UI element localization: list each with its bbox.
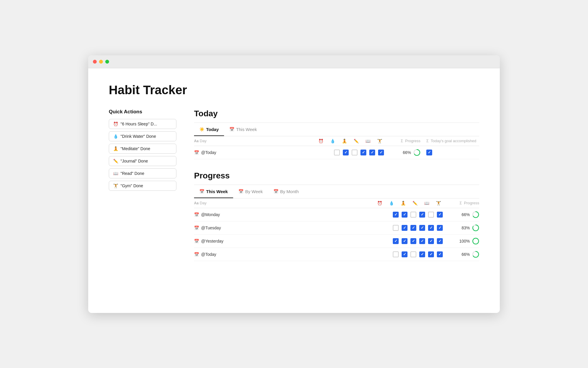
prog-checkbox-0-1[interactable] (402, 212, 407, 218)
journal-label: "Journal" Done (121, 159, 148, 163)
prog-checkbox-0-4[interactable] (428, 212, 434, 218)
prog-checkbox-2-2[interactable] (410, 238, 416, 244)
water-icon: 💧 (113, 134, 118, 139)
progress-checkbox-group-0 (393, 212, 443, 218)
today-checkbox-4[interactable] (369, 150, 375, 155)
sigma-icon: Σ (401, 139, 403, 143)
quick-action-gym[interactable]: 🏋️"Gym" Done (109, 181, 176, 191)
progress-circle (413, 149, 420, 156)
progress-circle (472, 238, 479, 245)
progress-tab-by-month[interactable]: 📅By Month (268, 185, 304, 198)
app-window: Habit Tracker Quick Actions ⏰"6 Hours Sl… (88, 55, 500, 313)
quick-action-journal[interactable]: ✏️"Journal" Done (109, 156, 176, 166)
today-section-title: Today (194, 109, 479, 118)
progress-table: Aa Day ⏰ 💧 🧘 ✏️ 📖 🏋️ (194, 198, 479, 261)
quick-action-sleep[interactable]: ⏰"6 Hours Sleep" D... (109, 119, 176, 129)
today-checkbox-group (334, 150, 384, 155)
close-button[interactable] (93, 60, 97, 64)
today-progress-cell: 66% (388, 149, 420, 156)
today-goal-header: Σ Today's goal accomplished (420, 139, 479, 143)
sleep-label: "6 Hours Sleep" D... (121, 122, 157, 126)
today-table-body: 📅@Today66% (194, 146, 479, 159)
gym-label: "Gym" Done (121, 183, 143, 188)
progress-table-body: 📅@Monday66% 📅@Tuesday83% 📅@Yesterday100%… (194, 208, 479, 261)
today-tab-today[interactable]: ☀️Today (194, 123, 224, 136)
gym-col-icon-p: 🏋️ (434, 201, 443, 205)
today-progress-pct: 66% (403, 150, 411, 155)
today-checkbox-3[interactable] (360, 150, 366, 155)
prog-checkbox-3-5[interactable] (437, 251, 443, 257)
today-checkbox-1[interactable] (343, 150, 349, 155)
today-table-header: Aa Day ⏰ 💧 🧘 ✏️ 📖 🏋️ (194, 136, 479, 146)
aa-icon: Aa (194, 139, 198, 143)
prog-checkbox-0-0[interactable] (393, 212, 399, 218)
prog-checkbox-2-1[interactable] (402, 238, 407, 244)
progress-row-day-0: 📅@Monday (194, 212, 393, 217)
journal-col-icon: ✏️ (352, 139, 360, 143)
prog-checkbox-3-1[interactable] (402, 251, 407, 257)
sigma-icon-p: Σ (460, 201, 462, 205)
prog-checkbox-3-0[interactable] (393, 251, 399, 257)
prog-checkbox-1-1[interactable] (402, 225, 407, 231)
gym-col-icon: 🏋️ (375, 139, 384, 143)
by-week-prog-tab-icon: 📅 (238, 189, 243, 194)
prog-checkbox-2-0[interactable] (393, 238, 399, 244)
calendar-icon-prog: 📅 (194, 252, 199, 257)
meditate-col-icon-p: 🧘 (399, 201, 407, 205)
today-checkbox-5[interactable] (378, 150, 384, 155)
prog-checkbox-1-0[interactable] (393, 225, 399, 231)
progress-row-day-1: 📅@Tuesday (194, 226, 393, 230)
quick-action-water[interactable]: 💧"Drink Water" Done (109, 131, 176, 141)
prog-checkbox-1-2[interactable] (410, 225, 416, 231)
prog-checkbox-1-3[interactable] (419, 225, 425, 231)
today-col-icons-header: ⏰ 💧 🧘 ✏️ 📖 🏋️ (316, 139, 384, 143)
sleep-icon: ⏰ (113, 122, 118, 126)
quick-action-meditate[interactable]: 🧘"Meditate" Done (109, 144, 176, 154)
progress-progress-cell-3: 66% (447, 251, 479, 258)
progress-col-day-header: Aa Day (194, 201, 375, 205)
this-week-tab-icon: 📅 (229, 127, 234, 132)
prog-checkbox-2-4[interactable] (428, 238, 434, 244)
read-label: "Read" Done (121, 171, 144, 176)
sidebar: Quick Actions ⏰"6 Hours Sleep" D...💧"Dri… (109, 109, 176, 273)
today-tab-this-week[interactable]: 📅This Week (224, 123, 262, 136)
today-checkbox-2[interactable] (352, 150, 358, 155)
progress-table-header: Aa Day ⏰ 💧 🧘 ✏️ 📖 🏋️ (194, 198, 479, 208)
maximize-button[interactable] (105, 60, 109, 64)
progress-table-row: 📅@Yesterday100% (194, 235, 479, 248)
this-week-prog-tab-icon: 📅 (199, 189, 204, 194)
progress-circle (472, 211, 479, 218)
prog-checkbox-3-4[interactable] (428, 251, 434, 257)
prog-checkbox-0-5[interactable] (437, 212, 443, 218)
progress-progress-cell-0: 66% (447, 211, 479, 218)
prog-checkbox-0-2[interactable] (410, 212, 416, 218)
today-checkbox-0[interactable] (334, 150, 340, 155)
prog-checkbox-0-3[interactable] (419, 212, 425, 218)
progress-tab-this-week[interactable]: 📅This Week (194, 185, 233, 198)
progress-tab-by-week[interactable]: 📅By Week (233, 185, 268, 198)
quick-action-read[interactable]: 📖"Read" Done (109, 168, 176, 178)
sigma-icon-2: Σ (426, 139, 429, 143)
main-content: Habit Tracker Quick Actions ⏰"6 Hours Sl… (88, 68, 500, 313)
progress-row-day-2: 📅@Yesterday (194, 239, 393, 243)
today-tab-label: Today (206, 127, 219, 132)
page-title: Habit Tracker (109, 83, 479, 97)
sleep-col-icon: ⏰ (316, 139, 325, 143)
prog-checkbox-3-3[interactable] (419, 251, 425, 257)
minimize-button[interactable] (99, 60, 103, 64)
prog-checkbox-1-4[interactable] (428, 225, 434, 231)
prog-day-label: @Tuesday (201, 226, 221, 230)
today-goal-checkbox[interactable] (426, 150, 432, 155)
sidebar-title: Quick Actions (109, 109, 176, 115)
prog-checkbox-2-5[interactable] (437, 238, 443, 244)
day-label: @Today (201, 150, 216, 155)
this-week-prog-tab-label: This Week (206, 189, 228, 194)
prog-checkbox-3-2[interactable] (410, 251, 416, 257)
progress-checkbox-group-1 (393, 225, 443, 231)
gym-icon: 🏋️ (113, 183, 118, 188)
prog-checkbox-2-3[interactable] (419, 238, 425, 244)
progress-tabs: 📅This Week📅By Week📅By Month (194, 185, 479, 198)
today-tabs: ☀️Today📅This Week (194, 123, 479, 136)
calendar-icon-prog: 📅 (194, 226, 199, 230)
prog-checkbox-1-5[interactable] (437, 225, 443, 231)
